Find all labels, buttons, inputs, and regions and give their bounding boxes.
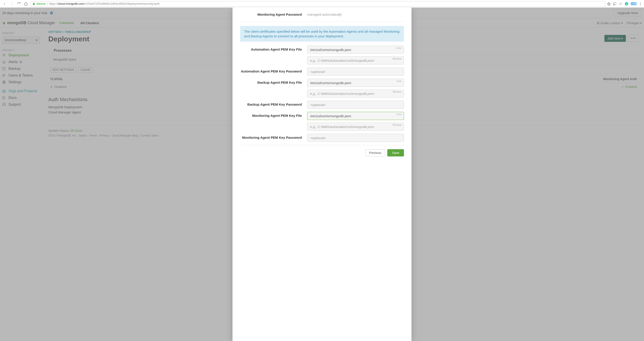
reload-button[interactable] bbox=[16, 1, 22, 6]
backup-pem-label: Backup Agent PEM Key File bbox=[240, 79, 307, 84]
extension-badge[interactable]: 1.43 bbox=[631, 2, 636, 5]
grammarly-icon[interactable] bbox=[624, 2, 628, 6]
backup-pem-pw-label: Backup Agent PEM Key Password bbox=[240, 101, 307, 106]
forward-button[interactable] bbox=[9, 1, 14, 6]
browser-toolbar: Secure | https://cloud.mongodb.com/v2/5a… bbox=[0, 0, 644, 8]
divider bbox=[240, 21, 404, 22]
automation-pem-pw-input[interactable] bbox=[307, 68, 404, 76]
modal: Monitoring Agent Password managed automa… bbox=[232, 8, 412, 341]
lock-icon bbox=[32, 2, 35, 5]
svg-point-2 bbox=[640, 2, 641, 3]
os-tag-windows: Windows bbox=[392, 90, 402, 93]
secure-label: Secure bbox=[36, 2, 46, 5]
monitoring-pem-windows-input[interactable] bbox=[307, 122, 404, 131]
automation-pem-pw-label: Automation Agent PEM Key Password bbox=[240, 68, 307, 73]
os-tag-linux: Linux bbox=[396, 80, 402, 82]
monitoring-pem-label: Monitoring Agent PEM Key File bbox=[240, 112, 307, 118]
backup-pem-windows-input[interactable] bbox=[307, 90, 404, 98]
cast-icon[interactable] bbox=[613, 2, 616, 6]
divider bbox=[240, 145, 404, 145]
cloud-icon[interactable] bbox=[619, 2, 622, 6]
menu-icon[interactable] bbox=[639, 2, 642, 6]
previous-button[interactable]: Previous bbox=[366, 149, 385, 156]
monitoring-password-label: Monitoring Agent Password bbox=[240, 12, 307, 16]
svg-point-3 bbox=[640, 3, 641, 4]
modal-overlay[interactable]: Monitoring Agent Password managed automa… bbox=[0, 8, 644, 341]
managed-text: managed automatically bbox=[307, 12, 404, 16]
url-text: https://cloud.mongodb.com/v2/5a47a7b2df9… bbox=[49, 2, 160, 5]
svg-point-4 bbox=[640, 4, 641, 5]
os-tag-windows: Windows bbox=[392, 58, 402, 60]
automation-pem-windows-input[interactable] bbox=[307, 56, 404, 64]
backup-pem-pw-input[interactable] bbox=[307, 101, 404, 109]
monitoring-pem-pw-input[interactable] bbox=[307, 134, 404, 142]
address-bar[interactable]: Secure | https://cloud.mongodb.com/v2/5a… bbox=[30, 1, 605, 6]
home-button[interactable] bbox=[23, 1, 29, 6]
monitoring-pem-linux-input[interactable] bbox=[307, 112, 404, 120]
os-tag-windows: Windows bbox=[392, 124, 402, 126]
automation-pem-linux-input[interactable] bbox=[307, 46, 404, 54]
monitoring-pem-pw-label: Monitoring Agent PEM Key Password bbox=[240, 134, 307, 140]
os-tag-linux: Linux bbox=[396, 47, 402, 49]
os-tag-linux: Linux bbox=[396, 113, 402, 116]
svg-point-1 bbox=[625, 2, 628, 5]
automation-pem-label: Automation Agent PEM Key File bbox=[240, 46, 307, 51]
back-button[interactable] bbox=[2, 1, 7, 6]
backup-pem-linux-input[interactable] bbox=[307, 79, 404, 87]
star-icon[interactable] bbox=[607, 2, 611, 6]
info-block: The client certificates specified below … bbox=[240, 26, 404, 42]
save-button[interactable]: Save bbox=[387, 149, 404, 156]
